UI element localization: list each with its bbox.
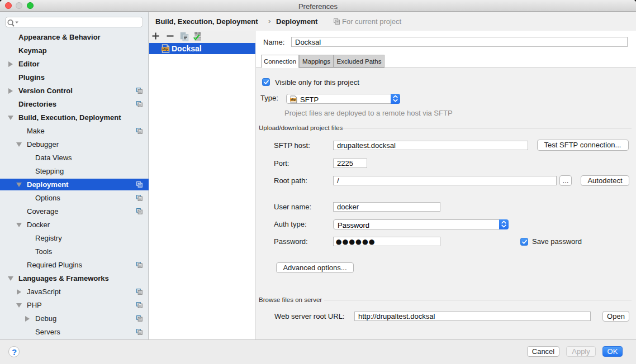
svg-text:sftp: sftp: [291, 98, 296, 101]
svg-text:sftp: sftp: [162, 47, 168, 51]
